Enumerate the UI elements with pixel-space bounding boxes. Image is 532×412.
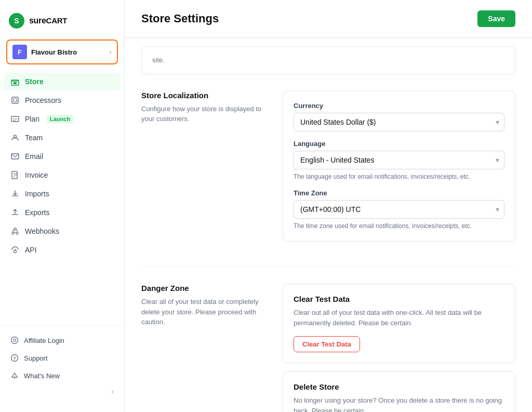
page-header: Store Settings Save: [125, 0, 532, 38]
sidebar-item-processors[interactable]: Processors: [4, 91, 120, 109]
sidebar-item-plan[interactable]: Plan Launch: [4, 110, 120, 128]
sidebar-label-webhooks: Webhooks: [25, 227, 59, 235]
sidebar-item-invoice[interactable]: Invoice: [4, 166, 120, 184]
timezone-select-wrapper: (GMT+00:00) UTC ▾: [294, 200, 504, 219]
delete-store-card-title: Delete Store: [294, 382, 504, 391]
collapse-icon: ›: [111, 387, 114, 395]
language-select-wrapper: English - United States ▾: [294, 151, 504, 169]
currency-label: Currency: [294, 102, 504, 110]
processors-icon: [10, 96, 20, 105]
sidebar-item-exports[interactable]: Exports: [4, 204, 120, 221]
localization-section-desc: Configure how your store is displayed to…: [141, 104, 266, 124]
currency-select-wrapper: United States Dollar ($) ▾: [294, 113, 504, 131]
timezone-select[interactable]: (GMT+00:00) UTC: [294, 200, 504, 219]
sidebar-label-api: API: [25, 246, 37, 254]
webhooks-icon: [10, 227, 20, 236]
partial-info-card: site.: [141, 46, 515, 74]
clear-test-data-card: Clear Test Data Clear out all of your te…: [283, 284, 515, 363]
logo-text: sureCART: [29, 16, 67, 25]
svg-point-10: [12, 232, 14, 234]
sidebar-footer: Affiliate Login ? Support What's New ›: [0, 325, 124, 404]
email-icon: [10, 152, 20, 161]
timezone-label: Time Zone: [294, 189, 504, 197]
support-label: Support: [24, 354, 48, 362]
store-icon: [10, 77, 20, 86]
clear-test-data-button[interactable]: Clear Test Data: [294, 336, 360, 352]
logo-area: S sureCART: [0, 8, 124, 39]
svg-text:S: S: [14, 17, 19, 25]
store-selector[interactable]: F Flavour Bistro ›: [6, 39, 118, 64]
sidebar-item-support[interactable]: ? Support: [4, 350, 120, 366]
clear-test-data-card-desc: Clear out all of your test data with one…: [294, 308, 504, 328]
store-selector-chevron-icon: ›: [109, 48, 112, 56]
svg-point-13: [14, 250, 17, 253]
whats-new-icon: [10, 371, 19, 380]
language-field-group: Language English - United States ▾ The l…: [294, 140, 504, 181]
section-left-localization: Store Localization Configure how your st…: [141, 91, 266, 250]
delete-store-card-desc: No longer using your store? Once you del…: [294, 395, 504, 412]
language-select[interactable]: English - United States: [294, 151, 504, 169]
danger-zone-desc: Clear all of your test data or completel…: [141, 297, 266, 327]
sidebar-label-store: Store: [25, 77, 44, 86]
main-nav: Store Processors Plan Launch: [0, 73, 124, 325]
affiliate-icon: [10, 336, 19, 344]
store-name: Flavour Bistro: [31, 48, 105, 56]
section-right-localization: Currency United States Dollar ($) ▾ Lang…: [283, 91, 515, 250]
timezone-hint: The time zone used for email notificatio…: [294, 222, 504, 231]
store-avatar: F: [12, 45, 27, 59]
sidebar-item-api[interactable]: API: [4, 241, 120, 259]
sidebar-label-exports: Exports: [25, 208, 49, 217]
delete-store-card: Delete Store No longer using your store?…: [283, 371, 515, 412]
plan-icon: [10, 114, 20, 124]
sidebar-item-whats-new[interactable]: What's New: [4, 367, 120, 384]
sidebar: S sureCART F Flavour Bistro › Store: [0, 0, 125, 412]
surecart-logo-icon: S: [8, 12, 25, 29]
danger-zone-title: Danger Zone: [141, 284, 266, 293]
sidebar-item-affiliate-login[interactable]: Affiliate Login: [4, 332, 120, 349]
svg-point-12: [14, 228, 16, 230]
main-content: Store Settings Save site. Store Localiza…: [125, 0, 532, 412]
affiliate-login-label: Affiliate Login: [24, 337, 64, 344]
currency-field-group: Currency United States Dollar ($) ▾: [294, 102, 504, 131]
page-title: Store Settings: [141, 12, 219, 25]
clear-test-data-card-title: Clear Test Data: [294, 295, 504, 303]
language-label: Language: [294, 140, 504, 148]
sidebar-item-webhooks[interactable]: Webhooks: [4, 222, 120, 240]
localization-card: Currency United States Dollar ($) ▾ Lang…: [283, 91, 515, 242]
currency-select[interactable]: United States Dollar ($): [294, 113, 504, 131]
content-area: site. Store Localization Configure how y…: [125, 38, 532, 412]
section-right-danger: Clear Test Data Clear out all of your te…: [283, 284, 515, 412]
sidebar-item-email[interactable]: Email: [4, 148, 120, 165]
sidebar-label-invoice: Invoice: [25, 171, 48, 179]
svg-point-15: [14, 339, 16, 342]
imports-icon: [10, 189, 20, 198]
danger-zone-section: Danger Zone Clear all of your test data …: [141, 267, 515, 412]
api-icon: [10, 245, 20, 255]
whats-new-label: What's New: [24, 372, 60, 380]
sidebar-label-plan: Plan: [25, 115, 39, 123]
sidebar-item-store[interactable]: Store: [4, 73, 120, 90]
svg-rect-3: [14, 82, 17, 84]
svg-rect-5: [14, 99, 17, 102]
invoice-icon: [10, 170, 20, 180]
section-left-danger: Danger Zone Clear all of your test data …: [141, 284, 266, 412]
launch-badge: Launch: [47, 115, 73, 123]
save-button[interactable]: Save: [477, 10, 515, 27]
support-icon: ?: [10, 354, 19, 362]
svg-rect-4: [12, 97, 18, 103]
svg-text:?: ?: [13, 356, 16, 361]
team-icon: [10, 133, 20, 142]
store-localization-section: Store Localization Configure how your st…: [141, 74, 515, 268]
sidebar-item-team[interactable]: Team: [4, 129, 120, 147]
sidebar-label-email: Email: [25, 152, 43, 161]
sidebar-label-processors: Processors: [25, 96, 61, 104]
svg-point-18: [14, 378, 15, 379]
svg-point-14: [11, 337, 18, 344]
sidebar-label-team: Team: [25, 134, 43, 142]
sidebar-collapse-button[interactable]: ›: [4, 385, 120, 397]
sidebar-item-imports[interactable]: Imports: [4, 185, 120, 203]
timezone-field-group: Time Zone (GMT+00:00) UTC ▾ The time zon…: [294, 189, 504, 231]
exports-icon: [10, 208, 20, 217]
svg-point-7: [14, 135, 17, 138]
language-hint: The language used for email notification…: [294, 172, 504, 181]
